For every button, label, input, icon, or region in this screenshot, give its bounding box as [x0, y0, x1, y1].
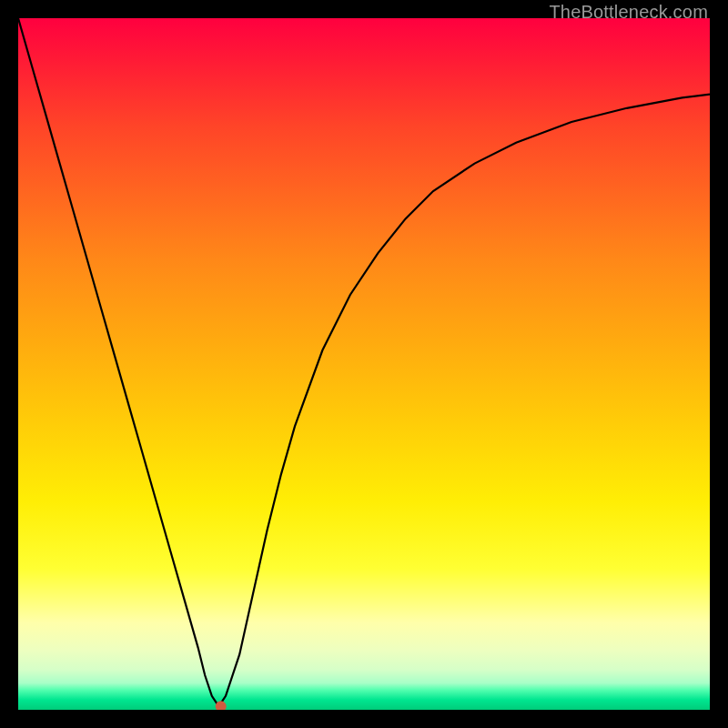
bottleneck-curve-svg — [18, 18, 710, 710]
chart-frame — [18, 18, 710, 710]
bottleneck-curve-path — [18, 18, 710, 706]
plot-area — [18, 18, 710, 710]
watermark-text: TheBottleneck.com — [549, 2, 708, 23]
